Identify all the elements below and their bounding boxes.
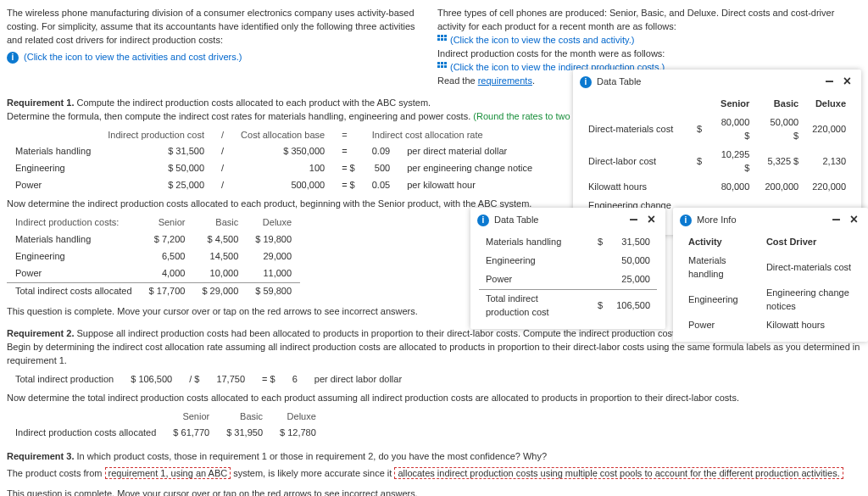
req2-heading: Requirement 2. (7, 328, 74, 338)
req3-answer2[interactable]: allocates indirect production costs usin… (394, 467, 843, 479)
info-icon: i (680, 215, 692, 226)
link-activities[interactable]: (Click the icon to view the activities a… (24, 52, 242, 62)
read-label: Read the (437, 75, 478, 86)
popup-more-info[interactable]: i More Info – × ActivityCost Driver Mate… (673, 208, 868, 342)
requirements-link[interactable]: requirements (478, 75, 532, 86)
req1-alloc-table: Indirect production costs: Senior Basic … (7, 215, 300, 300)
intro-right-text-2: Indirect production costs for the month … (437, 47, 861, 61)
minimize-icon[interactable]: – (822, 72, 837, 89)
req2-begin: Begin by determining the indirect cost a… (7, 341, 861, 368)
req2-rate-table: Total indirect production $ 106,500/ $ 1… (7, 371, 410, 388)
req3-heading: Requirement 3. (7, 451, 74, 461)
req3-answer1[interactable]: requirement 1, using an ABC (105, 467, 231, 479)
req3-text: In which product costs, those in require… (74, 451, 547, 461)
link-costs-activity[interactable]: (Click the icon to view the costs and ac… (450, 35, 634, 45)
popup-more-title: More Info (697, 215, 736, 225)
req1-formula-line: Determine the formula, then compute the … (7, 111, 473, 121)
close-icon[interactable]: × (840, 74, 854, 88)
req3-sentence-a: The product costs from (7, 468, 105, 478)
req2-now-line: Now determine the total indirect product… (7, 392, 861, 405)
intro-right-text-1: Three types of cell phones are produced:… (437, 7, 861, 34)
grid-icon[interactable] (437, 35, 448, 43)
req1-rate-table: Indirect production cost/ Cost allocatio… (7, 127, 541, 195)
req2-alloc-table: Senior Basic Deluxe Indirect production … (7, 409, 325, 443)
close-icon[interactable]: × (644, 212, 659, 226)
req1-text: Compute the indirect production costs al… (74, 98, 431, 108)
req3-sentence-b: system, is likely more accurate since it (233, 468, 394, 478)
info-icon: i (477, 215, 489, 226)
info-icon: i (580, 76, 592, 88)
req3-complete-msg: This question is complete. Move your cur… (7, 488, 861, 496)
close-icon[interactable]: × (847, 212, 861, 226)
minimize-icon[interactable]: – (829, 210, 844, 227)
intro-left-text: The wireless phone manufacturing divisio… (7, 7, 431, 47)
popup-data-table-indirect[interactable]: i Data Table – × Materials handling$31,5… (470, 208, 665, 329)
minimize-icon[interactable]: – (626, 210, 642, 227)
req1-heading: Requirement 1. (7, 98, 74, 108)
popup-main-title: Data Table (597, 76, 641, 86)
grid-icon[interactable] (437, 62, 448, 70)
info-icon[interactable]: i (7, 52, 19, 64)
popup-indirect-title: Data Table (494, 215, 538, 225)
